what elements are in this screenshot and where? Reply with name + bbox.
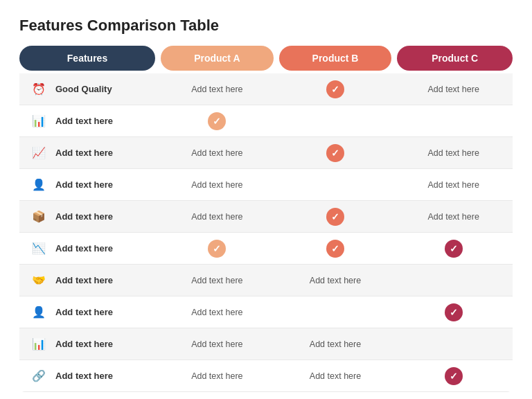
feature-icon: ⏰ bbox=[29, 80, 48, 99]
feature-icon: 📊 bbox=[29, 112, 48, 131]
cell-product-c: Add text here bbox=[394, 79, 513, 100]
table-row: 🔗 Add text here Add text hereAdd text he… bbox=[19, 360, 513, 392]
cell-product-a: Add text here bbox=[158, 366, 276, 387]
cell-product-b bbox=[276, 179, 395, 190]
cell-product-b: Add text here bbox=[276, 334, 395, 355]
cell-text: Add text here bbox=[427, 180, 479, 190]
feature-icon: 📦 bbox=[29, 207, 48, 227]
feature-label: Add text here bbox=[55, 307, 113, 317]
feature-label: Add text here bbox=[55, 211, 113, 222]
comparison-table: Features Product A Product B Product C ⏰… bbox=[19, 46, 513, 392]
cell-product-b: ✓ bbox=[276, 234, 395, 263]
feature-icon: 🤝 bbox=[29, 271, 48, 290]
cell-product-c: Add text here bbox=[394, 143, 513, 163]
check-icon: ✓ bbox=[208, 240, 226, 258]
feature-icon: 📉 bbox=[29, 239, 48, 258]
check-icon: ✓ bbox=[445, 367, 463, 385]
header-product-c: Product C bbox=[397, 46, 513, 71]
cell-product-c: Add text here bbox=[394, 175, 513, 195]
cell-product-c: ✓ bbox=[394, 298, 513, 327]
feature-cell: 📊 Add text here bbox=[19, 106, 158, 136]
cell-product-c bbox=[394, 339, 513, 350]
cell-text: Add text here bbox=[310, 371, 361, 381]
feature-label: Add text here bbox=[55, 371, 113, 381]
feature-cell: 👤 Add text here bbox=[19, 297, 158, 328]
feature-label: Add text here bbox=[55, 148, 113, 158]
cell-product-a: Add text here bbox=[158, 270, 276, 291]
cell-product-b bbox=[276, 116, 395, 127]
cell-product-a: ✓ bbox=[158, 234, 276, 263]
feature-label: Add text here bbox=[55, 116, 113, 126]
feature-label: Add text here bbox=[55, 243, 113, 254]
feature-cell: 📉 Add text here bbox=[19, 233, 158, 264]
check-icon: ✓ bbox=[208, 112, 226, 130]
cell-product-c: ✓ bbox=[394, 362, 513, 391]
feature-cell: 👤 Add text here bbox=[19, 170, 158, 200]
cell-product-b: Add text here bbox=[276, 366, 395, 387]
page-title: Features Comparison Table bbox=[19, 17, 513, 35]
feature-icon: 📊 bbox=[29, 335, 48, 354]
cell-product-a: Add text here bbox=[158, 334, 276, 355]
table-row: 📊 Add text here ✓ bbox=[19, 105, 513, 137]
cell-product-a: Add text here bbox=[158, 206, 276, 227]
cell-text: Add text here bbox=[427, 212, 479, 222]
cell-product-b bbox=[276, 307, 395, 318]
cell-product-a: Add text here bbox=[158, 143, 276, 163]
cell-text: Add text here bbox=[191, 371, 242, 381]
feature-cell: 📦 Add text here bbox=[19, 202, 158, 232]
cell-text: Add text here bbox=[310, 339, 361, 349]
table-row: 📈 Add text here Add text here✓Add text h… bbox=[19, 137, 513, 169]
cell-product-b: ✓ bbox=[276, 139, 395, 168]
feature-label: Add text here bbox=[55, 179, 113, 190]
feature-label: Good Quality bbox=[55, 84, 112, 94]
header-product-b: Product B bbox=[279, 46, 392, 71]
cell-text: Add text here bbox=[191, 308, 242, 317]
feature-cell: ⏰ Good Quality bbox=[19, 74, 158, 105]
cell-product-c: ✓ bbox=[394, 234, 513, 263]
feature-cell: 🤝 Add text here bbox=[19, 265, 158, 296]
header-product-a: Product A bbox=[161, 46, 274, 71]
cell-text: Add text here bbox=[191, 180, 242, 190]
check-icon: ✓ bbox=[445, 303, 463, 321]
cell-product-a: ✓ bbox=[158, 107, 276, 136]
header-features: Features bbox=[19, 46, 155, 71]
table-row: 📦 Add text here Add text here✓Add text h… bbox=[19, 201, 513, 233]
table-header: Features Product A Product B Product C bbox=[19, 46, 513, 71]
check-icon: ✓ bbox=[326, 208, 344, 226]
cell-product-b: Add text here bbox=[276, 270, 395, 291]
feature-icon: 📈 bbox=[29, 143, 48, 163]
check-icon: ✓ bbox=[326, 240, 344, 258]
cell-product-c: Add text here bbox=[394, 206, 513, 227]
feature-cell: 📊 Add text here bbox=[19, 329, 158, 360]
cell-text: Add text here bbox=[427, 148, 479, 158]
cell-product-b: ✓ bbox=[276, 75, 395, 104]
check-icon: ✓ bbox=[326, 80, 344, 98]
table-row: 👤 Add text here Add text hereAdd text he… bbox=[19, 169, 513, 201]
table-row: ⏰ Good Quality Add text here✓Add text he… bbox=[19, 73, 513, 105]
table-row: 🤝 Add text here Add text hereAdd text he… bbox=[19, 265, 513, 296]
check-icon: ✓ bbox=[326, 144, 344, 162]
feature-icon: 👤 bbox=[29, 303, 48, 322]
feature-label: Add text here bbox=[55, 339, 113, 349]
cell-text: Add text here bbox=[191, 148, 242, 158]
cell-text: Add text here bbox=[191, 339, 242, 349]
feature-icon: 👤 bbox=[29, 175, 48, 195]
cell-product-b: ✓ bbox=[276, 202, 395, 231]
cell-product-a: Add text here bbox=[158, 175, 276, 195]
cell-text: Add text here bbox=[310, 276, 361, 285]
table-body: ⏰ Good Quality Add text here✓Add text he… bbox=[19, 73, 513, 392]
table-row: 📉 Add text here ✓✓✓ bbox=[19, 233, 513, 265]
feature-label: Add text here bbox=[55, 275, 113, 285]
feature-cell: 🔗 Add text here bbox=[19, 361, 158, 391]
cell-text: Add text here bbox=[191, 212, 242, 222]
check-icon: ✓ bbox=[445, 240, 463, 258]
cell-product-c bbox=[394, 116, 513, 127]
cell-text: Add text here bbox=[427, 85, 479, 94]
table-row: 👤 Add text here Add text here✓ bbox=[19, 296, 513, 328]
cell-product-c bbox=[394, 275, 513, 286]
table-row: 📊 Add text here Add text hereAdd text he… bbox=[19, 328, 513, 360]
cell-product-a: Add text here bbox=[158, 302, 276, 323]
feature-cell: 📈 Add text here bbox=[19, 138, 158, 168]
feature-icon: 🔗 bbox=[29, 366, 48, 386]
cell-text: Add text here bbox=[191, 276, 242, 285]
